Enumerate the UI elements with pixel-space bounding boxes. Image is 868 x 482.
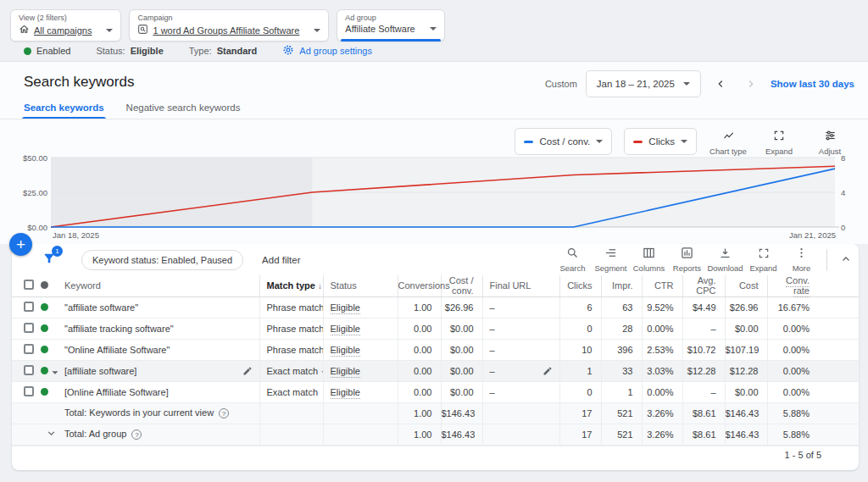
reports-tool-button[interactable]: Reports <box>668 247 706 273</box>
column-header-clicks[interactable]: Clicks <box>559 275 601 296</box>
keyword-status-filter-chip[interactable]: Keyword status: Enabled, Paused <box>81 250 243 270</box>
help-icon[interactable]: ? <box>131 429 142 440</box>
total-final-url-cell <box>482 402 559 424</box>
match-type-cell[interactable]: Phrase match <box>259 339 323 360</box>
row-checkbox[interactable] <box>24 302 34 312</box>
add-keyword-fab[interactable]: + <box>9 233 32 256</box>
match-type-cell[interactable]: Phrase match <box>259 296 323 318</box>
row-checkbox[interactable] <box>24 344 34 354</box>
keyword-cell[interactable]: [affiliate software] <box>58 360 259 381</box>
status-value-link[interactable]: Eligible <box>331 387 360 399</box>
row-checkbox[interactable] <box>24 323 34 333</box>
edit-keyword-icon[interactable] <box>242 366 253 376</box>
keyword-cell[interactable]: "affiliate software" <box>58 296 259 318</box>
match-type-cell[interactable]: Exact match <box>259 360 323 381</box>
sort-descending-icon: ↓ <box>318 281 322 291</box>
metric2-dropdown[interactable]: Clicks <box>624 128 697 155</box>
keywords-table-card: 1 Keyword status: Enabled, Paused Add fi… <box>12 244 859 470</box>
type-label: Type: <box>189 46 212 56</box>
expand-table-button[interactable]: Expand <box>744 247 782 273</box>
download-icon <box>719 247 732 261</box>
column-header-conversions[interactable]: Conversions <box>398 275 441 296</box>
metric2-label: Clicks <box>648 136 675 147</box>
select-all-checkbox[interactable] <box>24 280 34 290</box>
download-tool-button[interactable]: Download <box>706 247 744 273</box>
campaign-dropdown[interactable]: Campaign 1 word Ad Groups Affiliate Soft… <box>129 9 329 42</box>
match-type-text: Phrase match <box>267 345 324 355</box>
previous-period-button[interactable] <box>709 75 732 93</box>
keyword-cell[interactable]: "affiliate tracking software" <box>58 318 259 339</box>
columns-tool-button[interactable]: Columns <box>630 247 668 273</box>
status-column-icon <box>41 281 48 289</box>
clicks-cell: 1 <box>559 360 601 381</box>
total-clicks-cell: 17 <box>559 424 601 445</box>
right-axis-tick: 4 <box>841 188 845 197</box>
expand-chart-button[interactable]: Expand <box>760 126 798 156</box>
date-range-dropdown[interactable]: Jan 18 – 21, 2025 <box>586 70 701 97</box>
keyword-status-cell: Eligible <box>323 360 398 381</box>
tab-search-keywords[interactable]: Search keywords <box>24 102 104 119</box>
next-period-button[interactable] <box>740 75 762 93</box>
cost-cell: $107.19 <box>725 339 767 360</box>
total-label: Total: Ad group <box>64 429 126 439</box>
status-value-link[interactable]: Eligible <box>331 345 360 357</box>
column-header-conv-rate[interactable]: Conv. rate <box>767 275 859 296</box>
total-avg-cpc-cell: $8.61 <box>682 424 725 445</box>
column-header-final-url[interactable]: Final URL <box>482 275 559 296</box>
column-header-cost[interactable]: Cost <box>725 275 767 296</box>
cost-per-conv-cell: $0.00 <box>441 381 482 402</box>
enabled-status-dot <box>24 47 31 55</box>
ctr-cell: 3.03% <box>642 360 682 381</box>
keyword-text: "Online Affiliate Software" <box>64 345 170 355</box>
keyword-cell[interactable]: [Online Affiliate Software] <box>58 381 259 402</box>
campaign-label: Campaign <box>137 14 320 22</box>
ad-group-dropdown[interactable]: Ad group Affiliate Software <box>337 9 444 42</box>
add-filter-button[interactable]: Add filter <box>262 255 300 265</box>
status-value-link[interactable]: Eligible <box>331 366 360 378</box>
clicks-cell: 6 <box>559 296 601 318</box>
cost-per-conv-cell: $26.96 <box>441 296 482 318</box>
column-header-status[interactable]: Status <box>323 275 398 296</box>
match-type-cell[interactable]: Exact match <box>259 381 323 402</box>
total-label-cell: Total: Ad group? <box>58 424 259 445</box>
campaign-value: 1 word Ad Groups Affiliate Software <box>153 25 299 36</box>
segment-tool-button[interactable]: Segment <box>592 247 630 273</box>
adjust-chart-button[interactable]: Adjust <box>810 126 849 156</box>
status-value-link[interactable]: Eligible <box>331 324 360 335</box>
ad-group-settings-link[interactable]: Ad group settings <box>282 44 372 58</box>
show-last-30-days-link[interactable]: Show last 30 days <box>771 79 854 89</box>
keyword-status-cell: Eligible <box>323 318 398 339</box>
column-header-ctr[interactable]: CTR <box>642 275 682 296</box>
search-tool-button[interactable]: Search <box>554 247 592 273</box>
match-type-cell[interactable]: Phrase match <box>259 318 323 339</box>
row-checkbox[interactable] <box>24 386 34 396</box>
total-final-url-cell <box>482 424 559 445</box>
status-value-link[interactable]: Eligible <box>331 302 360 314</box>
avg-cpc-cell: $10.72 <box>682 339 725 360</box>
table-row: "affiliate tracking software"Phrase matc… <box>12 318 859 339</box>
row-checkbox[interactable] <box>24 365 34 375</box>
expand-total-icon[interactable] <box>41 428 57 439</box>
collapse-panel-button[interactable] <box>833 252 859 268</box>
ctr-cell: 2.53% <box>642 339 682 360</box>
view-filter-dropdown[interactable]: View (2 filters) All campaigns <box>10 9 121 42</box>
column-header-keyword[interactable]: Keyword <box>58 275 259 296</box>
keyword-cell[interactable]: "Online Affiliate Software" <box>58 339 259 360</box>
metric1-dropdown[interactable]: Cost / conv. <box>515 128 612 155</box>
help-icon[interactable]: ? <box>219 408 229 418</box>
chevron-down-icon <box>683 82 690 86</box>
filter-funnel-button[interactable]: 1 <box>42 252 56 269</box>
clicks-cell: 0 <box>559 318 601 339</box>
match-type-text: Phrase match <box>267 302 324 313</box>
status-dropdown-caret[interactable] <box>52 371 58 374</box>
date-range-value: Jan 18 – 21, 2025 <box>597 79 675 89</box>
column-header-match-type[interactable]: Match type↓ <box>259 275 323 296</box>
column-header-impressions[interactable]: Impr. <box>601 275 642 296</box>
column-header-avg-cpc[interactable]: Avg. CPC <box>682 275 725 296</box>
total-cost-per-conv-cell: $146.43 <box>441 424 482 445</box>
edit-final-url-icon[interactable] <box>542 366 553 376</box>
tab-negative-search-keywords[interactable]: Negative search keywords <box>126 102 241 119</box>
more-tool-button[interactable]: More <box>782 247 821 273</box>
chart-type-button[interactable]: Chart type <box>709 126 748 156</box>
total-conv-rate-cell: 5.88% <box>767 402 859 424</box>
